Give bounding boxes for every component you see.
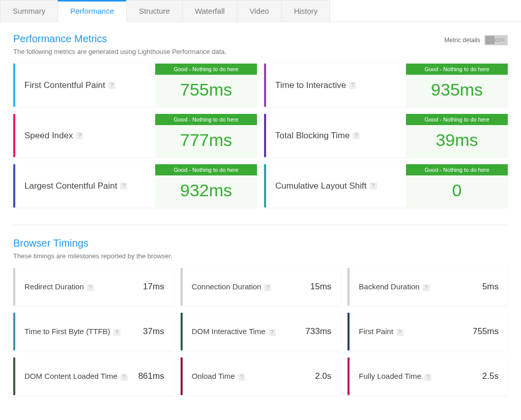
timing-value: 37ms [143,326,164,337]
timing-label-text: Fully Loaded Time [359,372,421,380]
help-icon[interactable]: ? [353,132,360,139]
timing-card: DOM Content Loaded Time?861ms [13,357,173,395]
timing-value: 861ms [138,371,164,381]
timing-value: 15ms [310,282,332,292]
tab-history[interactable]: History [281,0,331,21]
tabs-bar: Summary Performance Structure Waterfall … [0,0,521,22]
metric-label: Time to Interactive? [266,64,406,107]
metric-status-badge: Good - Nothing to do here [155,64,257,75]
metric-label-text: Cumulative Layout Shift [275,181,367,191]
metric-label: Total Blocking Time? [266,114,406,157]
help-icon[interactable]: ? [423,284,430,291]
metric-label-text: Total Blocking Time [275,131,350,141]
help-icon[interactable]: ? [113,329,121,336]
metric-details-toggle[interactable]: OFF [484,35,508,45]
timing-label-text: Onload Time [192,372,235,380]
help-icon[interactable]: ? [120,183,127,190]
help-icon[interactable]: ? [76,132,83,139]
timing-card: Fully Loaded Time?2.5s [348,357,508,395]
timing-card: Time to First Byte (TTFB)?37ms [13,313,173,350]
timing-value: 733ms [305,326,331,337]
tab-waterfall[interactable]: Waterfall [182,0,237,21]
performance-metrics-title: Performance Metrics [13,33,226,45]
metric-details-toggle-wrap: Metric details OFF [444,35,508,45]
metric-status-badge: Good - Nothing to do here [406,114,508,125]
performance-metrics-grid: First Contentful Paint?Good - Nothing to… [13,64,508,207]
timing-label: Connection Duration? [192,282,305,291]
timing-label: First Paint? [359,327,468,336]
timing-value: 5ms [482,282,499,292]
metric-value-box: Good - Nothing to do here39ms [406,114,508,157]
browser-timings-grid: Redirect Duration?17msConnection Duratio… [13,268,508,395]
timing-label: Redirect Duration? [24,282,138,291]
performance-metrics-subtitle: The following metrics are generated usin… [13,48,226,55]
metric-value-box: Good - Nothing to do here932ms [155,164,257,207]
timing-label-text: Time to First Byte (TTFB) [24,327,110,336]
metric-value: 0 [406,175,508,207]
timing-label-text: First Paint [359,327,393,336]
section-divider [13,225,508,225]
timing-value: 17ms [143,282,164,292]
timing-label: DOM Interactive Time? [192,327,301,336]
browser-timings-title: Browser Timings [13,237,508,249]
toggle-knob [485,36,495,44]
timing-label: Onload Time? [192,372,310,380]
metric-value-box: Good - Nothing to do here777ms [155,114,257,157]
metric-label-text: Speed Index [24,131,73,141]
help-icon[interactable]: ? [370,183,377,190]
metric-value: 755ms [155,75,257,107]
help-icon[interactable]: ? [424,374,431,381]
metric-card: Total Blocking Time?Good - Nothing to do… [264,114,508,157]
timing-label: Backend Duration? [359,282,477,291]
metric-value: 777ms [155,125,257,157]
metric-label-text: Time to Interactive [275,80,346,91]
help-icon[interactable]: ? [349,82,356,89]
metric-value-box: Good - Nothing to do here0 [406,164,508,207]
timing-card: DOM Interactive Time?733ms [181,313,341,350]
toggle-state-text: OFF [495,38,507,43]
browser-timings-subtitle: These timings are milestones reported by… [13,252,508,260]
metric-label-text: First Contentful Paint [24,80,105,91]
timing-card: First Paint?755ms [348,313,508,350]
metric-card: Cumulative Layout Shift?Good - Nothing t… [264,164,508,207]
timing-label: DOM Content Loaded Time? [24,372,133,380]
metric-details-toggle-label: Metric details [444,37,480,44]
metric-status-badge: Good - Nothing to do here [406,164,508,175]
metric-label-text: Largest Contentful Paint [24,181,117,191]
help-icon[interactable]: ? [121,374,128,381]
tab-performance[interactable]: Performance [57,0,126,21]
tab-structure[interactable]: Structure [126,0,182,21]
timing-label: Fully Loaded Time? [359,372,477,380]
help-icon[interactable]: ? [264,284,271,291]
metric-label: Cumulative Layout Shift? [266,164,406,207]
metric-status-badge: Good - Nothing to do here [155,164,257,175]
timing-label-text: DOM Interactive Time [192,327,266,336]
timing-value: 2.0s [315,371,331,381]
metric-value: 932ms [155,175,257,207]
metric-card: Speed Index?Good - Nothing to do here777… [13,114,257,157]
metric-card: Time to Interactive?Good - Nothing to do… [264,64,508,107]
timing-label: Time to First Byte (TTFB)? [24,327,138,336]
metric-card: Largest Contentful Paint?Good - Nothing … [13,164,257,207]
metric-value-box: Good - Nothing to do here935ms [406,64,508,107]
help-icon[interactable]: ? [238,374,245,381]
timing-label-text: DOM Content Loaded Time [24,372,118,380]
timing-value: 2.5s [482,371,499,381]
help-icon[interactable]: ? [108,82,115,89]
metric-card: First Contentful Paint?Good - Nothing to… [13,64,257,107]
tab-video[interactable]: Video [237,0,281,21]
metric-label: Speed Index? [15,114,155,157]
timing-card: Connection Duration?15ms [181,268,341,306]
timing-value: 755ms [473,326,499,337]
help-icon[interactable]: ? [87,284,94,291]
metric-status-badge: Good - Nothing to do here [406,64,508,75]
metric-label: Largest Contentful Paint? [15,164,155,207]
help-icon[interactable]: ? [396,329,403,336]
timing-card: Backend Duration?5ms [348,268,508,306]
metric-status-badge: Good - Nothing to do here [155,114,257,125]
timing-card: Redirect Duration?17ms [13,268,173,306]
help-icon[interactable]: ? [269,329,276,336]
metric-label: First Contentful Paint? [15,64,155,107]
tab-summary[interactable]: Summary [0,0,57,21]
timing-label-text: Connection Duration [192,282,262,291]
